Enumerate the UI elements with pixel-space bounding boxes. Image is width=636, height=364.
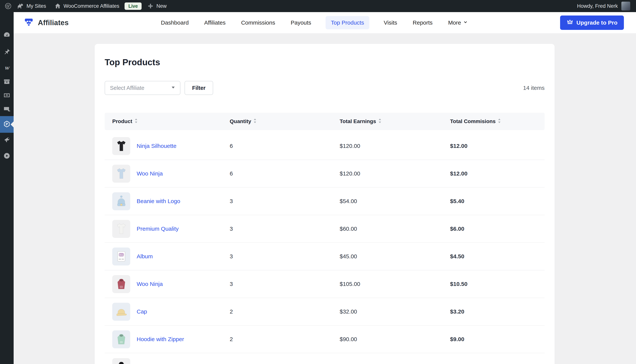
- nav-item-reports[interactable]: Reports: [412, 16, 434, 29]
- product-link[interactable]: Cap: [137, 308, 147, 315]
- quantity-value: 6: [222, 170, 332, 177]
- product-link[interactable]: Hoodie with Zipper: [137, 336, 184, 342]
- quantity-value: 3: [222, 281, 332, 287]
- nav-item-payouts[interactable]: Payouts: [290, 16, 312, 29]
- sort-icon: [253, 118, 256, 124]
- quantity-value: 3: [222, 226, 332, 232]
- table-row: Woo Ninja 3 $105.00 $10.50: [105, 270, 545, 298]
- column-header-total-earnings[interactable]: Total Earnings: [332, 118, 443, 124]
- total-earnings-value: $120.00: [332, 143, 443, 149]
- site-menu[interactable]: WooCommerce Affiliates: [52, 0, 122, 12]
- sidebar-item-posts[interactable]: [0, 46, 14, 59]
- sort-icon: [378, 118, 381, 124]
- brand[interactable]: Affiliates: [24, 18, 69, 28]
- total-commissions-value: $12.00: [443, 170, 545, 177]
- product-link[interactable]: Album: [137, 253, 153, 260]
- svg-text:$: $: [6, 94, 8, 97]
- table-row: Woo Ninja 6 $120.00 $12.00: [105, 160, 545, 188]
- main-nav: Dashboard Affiliates Commissions Payouts…: [69, 16, 560, 29]
- product-image: [112, 137, 130, 155]
- items-count: 14 items: [523, 85, 545, 91]
- pin-icon: [3, 48, 11, 56]
- table-row: Ship Your Idea - Black! L 1 $35.00 $3.50: [105, 353, 545, 364]
- play-circle-icon: [3, 152, 11, 160]
- total-commissions-value: $10.50: [443, 281, 545, 287]
- table-body: Ninja Silhouette 6 $120.00 $12.00 Woo Ni…: [105, 132, 545, 364]
- chevron-down-icon: [463, 20, 468, 26]
- total-commissions-value: $12.00: [443, 143, 545, 149]
- table-row: Premium Quality 3 $60.00 $6.00: [105, 215, 545, 243]
- sidebar-item-archive[interactable]: [0, 75, 14, 89]
- page-title: Top Products: [105, 57, 545, 67]
- upgrade-to-pro-button[interactable]: Upgrade to Pro: [560, 16, 624, 30]
- nav-item-dashboard[interactable]: Dashboard: [160, 16, 190, 29]
- admin-sidebar: w $ P: [0, 12, 14, 364]
- select-affiliate-placeholder: Select Affiliate: [110, 85, 171, 91]
- sidebar-item-dashboard[interactable]: [0, 28, 14, 42]
- product-link[interactable]: Woo Ninja: [137, 281, 163, 287]
- plugin-cube-icon: P: [3, 120, 11, 128]
- user-card-icon: [3, 105, 11, 114]
- column-header-total-commissions[interactable]: Total Commisions: [443, 118, 545, 124]
- product-image: [112, 248, 130, 266]
- new-menu[interactable]: New: [144, 0, 169, 12]
- quantity-value: 3: [222, 198, 332, 204]
- quantity-value: 2: [222, 336, 332, 342]
- product-link[interactable]: Ninja Silhouette: [137, 143, 176, 149]
- nav-item-top-products[interactable]: Top Products: [326, 16, 369, 29]
- sidebar-item-payments[interactable]: $: [0, 89, 14, 102]
- site-name: WooCommerce Affiliates: [64, 3, 119, 9]
- quantity-value: 2: [222, 308, 332, 315]
- new-label: New: [156, 3, 167, 9]
- howdy-text[interactable]: Howdy, Fred Nerk: [577, 3, 618, 9]
- table-row: Cap 2 $32.00 $3.20: [105, 298, 545, 326]
- product-image: [112, 192, 130, 210]
- plus-icon: [147, 2, 154, 10]
- table-row: Ninja Silhouette 6 $120.00 $12.00: [105, 132, 545, 160]
- product-image: [112, 220, 130, 238]
- total-earnings-value: $60.00: [332, 226, 443, 232]
- avatar[interactable]: [621, 2, 630, 10]
- total-earnings-value: $54.00: [332, 198, 443, 204]
- product-image: [112, 330, 130, 348]
- sidebar-item-contacts[interactable]: [0, 102, 14, 116]
- banknote-icon: $: [3, 92, 11, 100]
- svg-text:w: w: [5, 64, 10, 71]
- my-sites-menu[interactable]: My Sites: [14, 0, 49, 12]
- total-earnings-value: $32.00: [332, 308, 443, 315]
- product-image: [112, 358, 130, 364]
- top-products-table: Product Quantity Total Earnings Total Co…: [105, 113, 545, 364]
- select-affiliate-dropdown[interactable]: Select Affiliate: [105, 81, 180, 95]
- nav-item-commissions[interactable]: Commissions: [240, 16, 276, 29]
- column-header-quantity[interactable]: Quantity: [222, 118, 332, 124]
- sidebar-item-marketing[interactable]: [0, 133, 14, 146]
- dropdown-caret-icon: [171, 86, 175, 90]
- wordpress-logo-icon[interactable]: [5, 2, 12, 10]
- product-link[interactable]: Woo Ninja: [137, 170, 163, 177]
- total-earnings-value: $45.00: [332, 253, 443, 260]
- plugin-header: Affiliates Dashboard Affiliates Commissi…: [14, 12, 636, 33]
- nav-item-affiliates[interactable]: Affiliates: [203, 16, 227, 29]
- nav-item-visits[interactable]: Visits: [383, 16, 398, 29]
- total-commissions-value: $9.00: [443, 336, 545, 342]
- woo-w-icon: w: [3, 64, 11, 72]
- sort-icon: [135, 118, 138, 124]
- my-sites-icon: [17, 2, 24, 10]
- sidebar-item-woocommerce[interactable]: w: [0, 62, 14, 75]
- total-commissions-value: $4.50: [443, 253, 545, 260]
- nav-item-more[interactable]: More: [447, 16, 469, 29]
- admin-bar: My Sites WooCommerce Affiliates Live New…: [0, 0, 636, 12]
- table-row: Beanie with Logo 3 $54.00 $5.40: [105, 188, 545, 215]
- product-image: [112, 275, 130, 293]
- sidebar-item-videos[interactable]: [0, 150, 14, 163]
- product-link[interactable]: Premium Quality: [137, 226, 179, 232]
- total-earnings-value: $105.00: [332, 281, 443, 287]
- total-commissions-value: $6.00: [443, 226, 545, 232]
- my-sites-label: My Sites: [27, 3, 46, 9]
- filter-button[interactable]: Filter: [185, 81, 213, 95]
- column-header-product[interactable]: Product: [105, 118, 222, 124]
- total-earnings-value: $120.00: [332, 170, 443, 177]
- table-row: Hoodie with Zipper 2 $90.00 $9.00: [105, 326, 545, 353]
- product-link[interactable]: Beanie with Logo: [137, 198, 180, 204]
- sidebar-item-affiliates-plugin[interactable]: P: [0, 116, 14, 133]
